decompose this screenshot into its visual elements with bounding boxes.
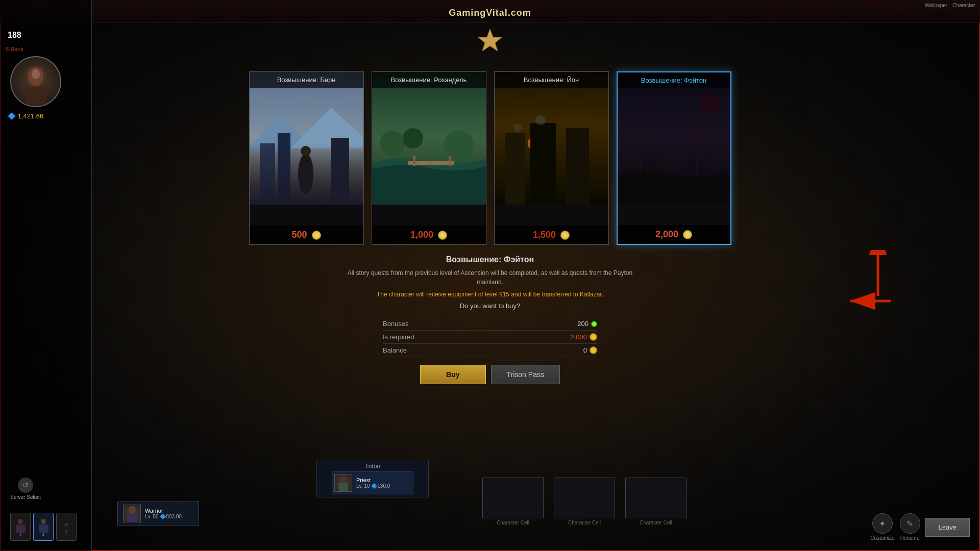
info-section: Возвышение: Фэйтон All story quests from…: [342, 255, 638, 317]
svg-rect-25: [505, 133, 525, 205]
arrow-left-icon: [845, 288, 896, 314]
card-feiton[interactable]: Возвышение: Фэйтон: [617, 71, 731, 245]
rename-icon: ✎: [900, 513, 920, 534]
rename-button[interactable]: ✎ Rename: [900, 513, 920, 541]
char-1-name: Warrior: [145, 508, 182, 514]
action-buttons: Buy Trison Pass: [420, 365, 560, 384]
warning-text: The character will receive equipment of …: [342, 291, 638, 298]
card-yon-price: 1,500: [495, 226, 608, 244]
player-rank: S Rank: [5, 46, 23, 52]
active-char-1[interactable]: Warrior Lv. 50 🔷803.00: [117, 502, 199, 525]
selected-card-title: Возвышение: Фэйтон: [342, 255, 638, 264]
char-cell-3[interactable]: Character Cell: [625, 478, 687, 525]
server-select-button[interactable]: ↺ Server Select: [10, 478, 41, 500]
customize-icon: ✦: [872, 513, 893, 534]
character-label: Character: [952, 3, 975, 8]
char-cell-box-2: [554, 478, 615, 518]
svg-rect-27: [566, 128, 589, 205]
card-yon-image: [495, 72, 608, 205]
svg-rect-26: [530, 123, 556, 205]
balance-coin-icon: [590, 346, 597, 354]
char-1-icon: [123, 505, 141, 522]
svg-rect-10: [331, 138, 349, 205]
wallpaper-button[interactable]: Wallpaper: [924, 3, 947, 8]
svg-point-46: [18, 519, 23, 524]
bottom-right-actions: ✦ Customize ✎ Rename Leave: [870, 513, 970, 541]
svg-point-48: [41, 519, 46, 524]
svg-point-37: [699, 93, 720, 113]
customize-button[interactable]: ✦ Customize: [870, 513, 894, 541]
slot-2-avatar: [37, 517, 50, 533]
gold-amount: 🔷 1,421.66: [8, 112, 43, 120]
coin-icon-rohendel: [438, 231, 447, 240]
card-feiton-price: 2,000: [618, 225, 730, 244]
leave-button[interactable]: Leave: [925, 518, 970, 537]
char-1-avatar: [125, 505, 140, 522]
char-cell-box-1: [482, 478, 544, 518]
svg-rect-18: [413, 156, 415, 166]
char-slots: 1 2 + 3: [10, 513, 77, 541]
char-slot-3[interactable]: + 3: [56, 513, 77, 541]
char-cell-label-1: Character Cell: [497, 520, 529, 525]
svg-point-29: [535, 115, 546, 126]
svg-point-15: [403, 128, 423, 148]
char-cell-1[interactable]: Character Cell: [482, 478, 544, 525]
card-bern-price: 500: [250, 226, 363, 244]
triton-title: Triton: [365, 463, 380, 470]
orange-coin-icon: [590, 333, 597, 341]
question-text: Do you want to buy?: [342, 302, 638, 310]
purchase-details: Bonuses 200 Is required 2,000 Balance 0: [383, 317, 597, 357]
balance-value: 0: [583, 346, 597, 354]
coin-icon-feiton: [683, 230, 692, 239]
coin-icon-yon: [560, 231, 570, 240]
avatar-image: [18, 59, 54, 105]
char-cell-2[interactable]: Character Cell: [554, 478, 615, 525]
card-rohendel-title: Возвышение: Рохэндель: [372, 72, 486, 88]
main-content: GamingVital.com Wallpaper Character 188 …: [0, 0, 980, 551]
bonuses-value: 200: [577, 320, 597, 328]
svg-point-42: [129, 506, 136, 513]
player-level: 188: [8, 31, 21, 40]
card-yon-title: Возвышение: Йон: [495, 72, 608, 88]
card-bern[interactable]: Возвышение: Берн: [249, 71, 364, 245]
server-icon: ↺: [18, 478, 33, 493]
svg-point-4: [32, 69, 40, 79]
card-rohendel-image: [372, 72, 486, 205]
char-cells-bottom: Character Cell Character Cell Character …: [306, 478, 863, 525]
required-label: Is required: [383, 333, 414, 341]
svg-rect-8: [260, 143, 275, 205]
svg-rect-9: [278, 133, 290, 205]
char-slot-1[interactable]: 1: [10, 513, 31, 541]
description-text: All story quests from the previous level…: [342, 268, 638, 287]
bern-scene: [250, 72, 363, 205]
card-feiton-image: [618, 72, 730, 205]
dialog-area: Возвышение: Берн: [112, 61, 868, 510]
green-dot-icon: [591, 321, 597, 327]
char-1-info: Warrior Lv. 50 🔷803.00: [145, 508, 182, 519]
active-char-area: Warrior Lv. 50 🔷803.00 Triton Pri: [117, 502, 291, 525]
card-yon[interactable]: Возвышение: Йон: [494, 71, 609, 245]
trison-pass-button[interactable]: Trison Pass: [491, 365, 560, 384]
svg-point-28: [513, 124, 522, 132]
coin-icon-bern: [312, 231, 321, 240]
cards-row: Возвышение: Берн: [249, 71, 731, 245]
card-rohendel-price: 1,000: [372, 226, 486, 244]
card-bern-image: [250, 72, 363, 205]
yon-scene: [495, 72, 608, 205]
svg-point-12: [301, 146, 311, 156]
balance-label: Balance: [383, 346, 407, 354]
left-sidebar: 188 S Rank 🔷 1,421.66: [0, 0, 92, 551]
svg-point-14: [380, 131, 405, 156]
bonuses-row: Bonuses 200: [383, 317, 597, 331]
bonuses-label: Bonuses: [383, 320, 409, 328]
svg-marker-0: [478, 29, 502, 51]
svg-rect-47: [16, 524, 26, 533]
buy-button[interactable]: Buy: [420, 365, 485, 384]
card-rohendel[interactable]: Возвышение: Рохэндель: [372, 71, 486, 245]
slot-1-avatar: [14, 517, 27, 533]
char-cell-label-3: Character Cell: [640, 520, 672, 525]
required-row: Is required 2,000: [383, 331, 597, 344]
svg-rect-3: [26, 87, 46, 105]
char-slot-2[interactable]: 2: [33, 513, 54, 541]
char-1-level: Lv. 50 🔷803.00: [145, 514, 182, 519]
